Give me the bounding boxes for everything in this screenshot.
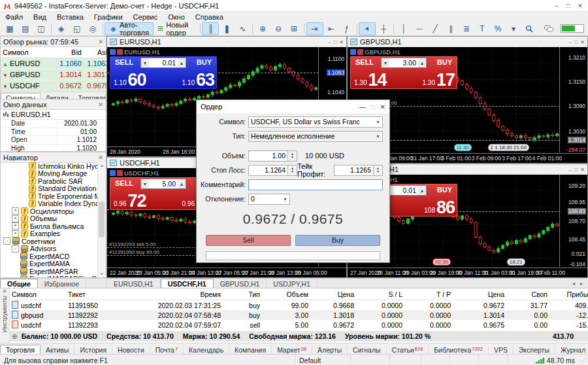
one-click-sell-button[interactable]: SELL xyxy=(355,58,374,66)
chart-tab-GBPUSD,H1[interactable]: GBPUSD,H1 xyxy=(214,279,267,288)
positions-col-Объем[interactable]: Объем xyxy=(263,288,311,300)
resize-grip[interactable]: ⋰ xyxy=(581,357,588,363)
chart-maximize-button[interactable]: □ xyxy=(333,39,336,45)
market-watch-col-Символ[interactable]: Символ xyxy=(1,47,56,58)
trendline-button[interactable]: ╱ xyxy=(427,23,443,35)
bottom-tab-Алерты[interactable]: Алерты xyxy=(312,345,348,355)
navigator-item-parabolic-sar[interactable]: fParabolic SAR xyxy=(1,177,98,185)
volume-stepper[interactable]: 1.00 ▲▼ xyxy=(248,150,297,162)
window-minimize-button[interactable]: – xyxy=(551,3,562,9)
price-axis[interactable]: 109.20108.95108.83108.70108.450.021-0.10… xyxy=(559,175,587,267)
new-chart-button[interactable]: ▦ xyxy=(2,23,18,35)
one-click-buy-price[interactable]: 10886 xyxy=(420,199,455,217)
position-row-11392293[interactable]: usdchf113922932020.02.04 07:59:07sell5.0… xyxy=(9,320,588,330)
volume-down-icon[interactable]: ▼ xyxy=(141,179,149,188)
dialog-minimize-button[interactable]: — xyxy=(359,103,366,111)
bars-chart-button[interactable]: ║ xyxy=(202,22,219,35)
market-watch-row[interactable]: ▼USDCHF0.96720.9675 xyxy=(1,80,111,92)
volume-up-icon[interactable]: ▲ xyxy=(178,58,186,67)
new-order-button[interactable]: ⊞Новый ордер xyxy=(154,23,198,35)
crosshair-button[interactable]: ┼ xyxy=(376,23,391,35)
volume-up-icon[interactable]: ▲ xyxy=(418,186,426,195)
data-window-button[interactable]: ◱ xyxy=(69,23,85,35)
one-click-volume-stepper[interactable]: ▼5.00▲ xyxy=(140,179,186,189)
volume-down-icon[interactable]: ▼ xyxy=(141,58,149,67)
chart-close-button[interactable]: ✕ xyxy=(580,39,585,45)
data-window-close-icon[interactable]: ✕ xyxy=(98,101,103,108)
positions-col-Тикет[interactable]: Тикет xyxy=(65,288,127,300)
take-profit-stepper[interactable]: 1.1265 ▲▼ xyxy=(334,165,383,176)
navigator-tab-Общие[interactable]: Общие xyxy=(0,279,38,288)
one-click-volume-value[interactable]: 5.00 xyxy=(149,180,178,188)
positions-col-Своп[interactable]: Своп xyxy=(507,288,550,300)
bottom-tab-Активы[interactable]: Активы xyxy=(41,345,75,355)
positions-col-Тип[interactable]: Тип xyxy=(223,288,263,300)
bottom-tab-Маркет[interactable]: Маркет26 xyxy=(272,345,312,355)
chart-close-button[interactable]: ✕ xyxy=(580,167,585,173)
one-click-sell-price[interactable]: 1.1060 xyxy=(110,71,146,89)
scroll-left-icon[interactable]: ◂ xyxy=(572,281,575,287)
fibonacci-button[interactable]: ≣ xyxy=(459,23,474,35)
dialog-close-button[interactable]: ✕ xyxy=(380,103,385,111)
window-close-button[interactable]: ✕ xyxy=(575,3,585,9)
one-click-volume-stepper[interactable]: ▼0.01▲ xyxy=(140,58,186,68)
market-watch-button[interactable]: ◈ xyxy=(54,23,69,35)
window-maximize-button[interactable]: □ xyxy=(563,3,574,9)
menu-Файл[interactable]: Файл xyxy=(0,13,28,21)
positions-col-Цена[interactable]: Цена xyxy=(453,288,507,300)
one-click-sell-price[interactable]: 1.3014 xyxy=(350,71,387,89)
dialog-maximize-button[interactable]: □ xyxy=(371,103,375,111)
chart-minimize-button[interactable]: – xyxy=(569,39,572,45)
navigator-button[interactable]: ◎ xyxy=(85,23,101,35)
one-click-buy-button[interactable]: BUY xyxy=(197,58,212,66)
navigator-item-variable-index-dynamic-a[interactable]: fVariable Index Dynamic A xyxy=(1,200,98,208)
toolbox-close-icon[interactable]: ✕ xyxy=(0,288,9,294)
navigator-item-expertmapsarsizeoptim[interactable]: ExpertMAPSARSizeOptim xyxy=(1,275,98,278)
market-watch-row[interactable]: ▼GBPUSD1.30141.3017 xyxy=(1,69,111,80)
vertical-line-button[interactable]: │ xyxy=(396,23,412,35)
one-click-volume-stepper[interactable]: ▼3.00▲ xyxy=(381,58,427,68)
chat-button[interactable] xyxy=(541,23,557,35)
deviation-select[interactable]: 0 ▼ xyxy=(248,194,290,205)
cursor-button[interactable]: ➤ xyxy=(359,22,376,35)
symbol-select[interactable]: USDCHF, US Dollar vs Swiss Franc ▼ xyxy=(248,116,383,128)
one-click-sell-price[interactable]: 0.9672 xyxy=(110,192,146,210)
position-row-11392292[interactable]: gbpusd113922922020.02.04 07:58:48buy3.00… xyxy=(9,310,588,320)
menu-Вставка[interactable]: Вставка xyxy=(52,13,89,21)
position-row-11391950[interactable]: usdchf113919502020.02.03 17:31:25buy99.0… xyxy=(9,300,588,311)
indicators-button[interactable]: ƒ xyxy=(339,23,355,35)
objects-dropdown-button[interactable]: ▾ xyxy=(506,23,521,35)
auto-trading-button[interactable]: ☻Авто-торговля xyxy=(105,22,154,35)
positions-col-Прибыль[interactable]: Прибыль xyxy=(550,288,588,300)
one-click-volume-value[interactable]: 0.01 xyxy=(389,186,418,194)
stop-loss-value[interactable]: 1.1264 xyxy=(248,165,288,176)
equidistant-channel-button[interactable]: ∥ xyxy=(443,23,459,35)
navigator-item-triple-exponential-movin[interactable]: fTriple Exponential Movin xyxy=(1,192,98,200)
volume-down-icon[interactable]: ▼ xyxy=(382,58,389,67)
order-type-select[interactable]: Немедленное исполнение ▼ xyxy=(248,131,383,142)
chart-shift-button[interactable]: ⇤ xyxy=(323,23,339,35)
positions-col-Время[interactable]: Время xyxy=(127,288,223,300)
volume-up-icon[interactable]: ▲ xyxy=(178,179,186,188)
horizontal-line-button[interactable]: ─ xyxy=(412,23,427,35)
bottom-tab-VPS[interactable]: VPS xyxy=(489,345,514,355)
one-click-buy-price[interactable]: 1.1063 xyxy=(178,71,214,89)
expand-icon[interactable]: + xyxy=(12,222,19,230)
bottom-tab-Календарь[interactable]: Календарь xyxy=(184,345,229,355)
market-watch-row[interactable]: ▲EURUSD1.10601.1063 xyxy=(1,58,111,69)
navigator-item-ichimoku-kinko-hyo[interactable]: fIchimoku Kinko Hyo xyxy=(1,162,98,170)
zoom-in-button[interactable]: ⊕ xyxy=(255,23,270,35)
expand-icon[interactable]: + xyxy=(12,215,19,222)
bottom-tab-История[interactable]: История xyxy=(74,345,112,355)
expand-icon[interactable]: + xyxy=(12,230,19,237)
navigator-item-moving-average[interactable]: fMoving Average xyxy=(1,170,98,178)
positions-col-Цена[interactable]: Цена xyxy=(311,288,357,300)
navigator-scrollbar[interactable]: ▲ ▼ xyxy=(97,162,106,277)
collapse-icon[interactable]: - xyxy=(12,245,19,252)
time-axis[interactable]: 22 Jan 202023 Jan 05:0023 Jan 21:0024 Ja… xyxy=(107,268,346,277)
expand-balance-icon[interactable]: ⊕ xyxy=(12,332,18,340)
take-profit-value[interactable]: 1.1265 xyxy=(334,165,374,176)
buy-button[interactable]: Buy xyxy=(295,235,380,246)
menu-Окно[interactable]: Окно xyxy=(163,13,190,21)
stop-loss-stepper[interactable]: 1.1264 ▲▼ xyxy=(248,165,297,176)
